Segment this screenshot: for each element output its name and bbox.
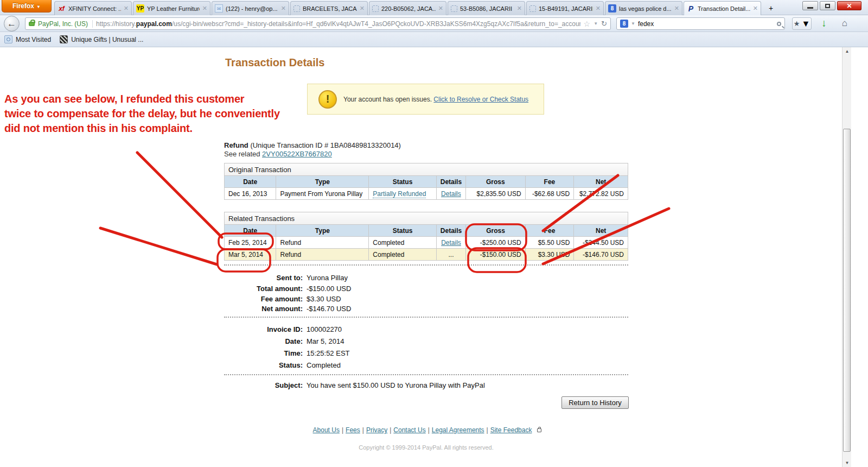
url-text[interactable]: https://history.paypal.com/us/cgi-bin/we… xyxy=(96,20,580,28)
footer-link-legal[interactable]: Legal Agreements xyxy=(432,426,484,434)
footer-link-about[interactable]: About Us xyxy=(313,426,340,434)
yp-icon: YP xyxy=(136,4,144,12)
home-icon: ⌂ xyxy=(842,18,847,28)
cell-status: Completed xyxy=(369,237,437,249)
footer-link-contact[interactable]: Contact Us xyxy=(393,426,425,434)
cell-net: $2,772.82 USD xyxy=(574,188,628,200)
column-header: Net xyxy=(574,225,628,237)
tab-label: 15-B49191, JACARII xyxy=(539,5,593,12)
search-engine-icon[interactable]: 8 xyxy=(620,20,628,28)
tab-close-icon[interactable]: ✕ xyxy=(596,5,601,12)
tab-220-b05062[interactable]: 220-B05062, JACA... ✕ xyxy=(369,1,446,15)
tab-close-icon[interactable]: ✕ xyxy=(124,5,129,12)
footer-links: About Us|Fees|Privacy|Contact Us|Legal A… xyxy=(224,426,628,434)
column-header: Date xyxy=(225,176,276,188)
tab-transaction-detail-active[interactable]: P Transaction Detail... ✕ xyxy=(684,1,761,15)
cell-fee: $3.30 USD xyxy=(525,249,574,261)
tab-53-b5086[interactable]: 53-B5086, JACARII ✕ xyxy=(448,1,525,15)
window-controls: ✕ xyxy=(802,1,861,10)
search-icon[interactable] xyxy=(777,22,781,26)
summary-fee-amount: Fee amount:$3.30 USD xyxy=(224,295,628,303)
cell-fee: $5.50 USD xyxy=(525,237,574,249)
bookmark-star-icon[interactable]: ☆ xyxy=(584,20,591,28)
footer-link-fees[interactable]: Fees xyxy=(346,426,360,434)
tab-xfinity[interactable]: xf XFINITY Connect: ... ✕ xyxy=(54,1,132,15)
back-button[interactable]: ← xyxy=(4,16,20,31)
tab-close-icon[interactable]: ✕ xyxy=(753,5,758,12)
restore-icon xyxy=(825,4,830,8)
tab-webmail[interactable]: ✉ (122) - henry@op... ✕ xyxy=(212,1,289,15)
column-header: Gross xyxy=(466,176,526,188)
unique-gifts-icon xyxy=(60,35,68,43)
table-row: Feb 25, 2014 Refund Completed Details -$… xyxy=(225,237,628,249)
alert-text: Your account has open issues. Click to R… xyxy=(343,96,528,103)
tab-close-icon[interactable]: ✕ xyxy=(517,5,522,12)
tab-close-icon[interactable]: ✕ xyxy=(438,5,443,12)
return-to-history-button[interactable]: Return to History xyxy=(561,396,629,409)
most-visited-icon xyxy=(4,35,12,43)
tab-las-vegas-police[interactable]: 8 las vegas police d... ✕ xyxy=(605,1,682,15)
firefox-menu-button[interactable]: Firefox▼ xyxy=(2,0,52,12)
column-header: Net xyxy=(574,176,628,188)
google-icon: 8 xyxy=(608,4,616,12)
search-box[interactable]: 8 ▼ xyxy=(616,17,785,30)
bookmark-most-visited[interactable]: Most Visited xyxy=(4,35,51,43)
tab-label: Transaction Detail... xyxy=(698,5,750,12)
table-section-title: Original Transaction xyxy=(225,163,628,176)
table-row: Dec 16, 2013 Payment From Yurona Pillay … xyxy=(225,188,628,200)
search-input[interactable] xyxy=(638,20,774,28)
scroll-up-icon[interactable]: ▲ xyxy=(843,47,852,55)
footer-link-privacy[interactable]: Privacy xyxy=(366,426,387,434)
bookmark-label: Unique Gifts | Unusual ... xyxy=(71,36,143,43)
urlbar-dropdown-icon[interactable]: ▼ xyxy=(593,21,598,26)
placeholder-icon xyxy=(529,5,536,12)
minimize-button[interactable] xyxy=(802,1,818,10)
search-engine-dropdown-icon[interactable]: ▼ xyxy=(631,21,635,26)
site-identity[interactable]: PayPal, Inc. (US) xyxy=(38,20,93,28)
reload-icon[interactable]: ↻ xyxy=(601,20,607,28)
resolve-status-link[interactable]: Click to Resolve or Check Status xyxy=(433,96,528,103)
summary-net-amount: Net amount:-$146.70 USD xyxy=(224,305,628,313)
bookmarks-bar: Most Visited Unique Gifts | Unusual ... xyxy=(0,32,868,47)
secure-lock-icon xyxy=(537,428,541,432)
related-transaction-link[interactable]: 2VY00522XB7667820 xyxy=(262,150,332,158)
table-row-highlighted: Mar 5, 2014 Refund Completed ... -$150.0… xyxy=(225,249,628,261)
home-button[interactable]: ⌂ xyxy=(837,17,853,30)
restore-button[interactable] xyxy=(820,1,835,10)
details-link[interactable]: Details xyxy=(441,190,461,198)
table-section-title: Related Transactions xyxy=(225,212,628,225)
status-link[interactable]: Partially Refunded xyxy=(373,190,426,198)
column-header: Details xyxy=(436,176,465,188)
mail-icon: ✉ xyxy=(215,4,223,12)
cell-date: Mar 5, 2014 xyxy=(225,249,276,261)
tab-close-icon[interactable]: ✕ xyxy=(202,5,207,12)
column-header: Status xyxy=(369,176,436,188)
downloads-button[interactable]: ↓ xyxy=(816,17,832,30)
details-link[interactable]: Details xyxy=(441,239,461,247)
tab-close-icon[interactable]: ✕ xyxy=(281,5,286,12)
cell-type: Refund xyxy=(276,237,369,249)
url-bar[interactable]: PayPal, Inc. (US) https://history.paypal… xyxy=(25,17,611,30)
close-button[interactable]: ✕ xyxy=(837,1,861,10)
bookmark-unique-gifts[interactable]: Unique Gifts | Unusual ... xyxy=(60,35,143,43)
tab-close-icon[interactable]: ✕ xyxy=(360,5,365,12)
cell-gross: -$250.00 USD xyxy=(466,237,526,249)
tab-close-icon[interactable]: ✕ xyxy=(674,5,679,12)
meta-time: Time:15:25:52 EST xyxy=(224,349,628,357)
tab-bracelets[interactable]: BRACELETS, JACA... ✕ xyxy=(290,1,368,15)
column-header: Status xyxy=(369,225,437,237)
bookmarks-menu-button[interactable]: ★▼ xyxy=(792,17,812,30)
footer-link-feedback[interactable]: Site Feedback xyxy=(490,426,532,434)
cell-type: Payment From Yurona Pillay xyxy=(276,188,369,200)
new-tab-button[interactable]: + xyxy=(764,3,778,14)
tab-label: las vegas police d... xyxy=(619,5,672,12)
tab-15-b49191[interactable]: 15-B49191, JACARII ✕ xyxy=(526,1,604,15)
meta-invoice-id: Invoice ID:100002270 xyxy=(224,325,628,333)
tab-leather-furniture[interactable]: YP YP Leather Furniture ... ✕ xyxy=(133,1,210,15)
subject-row: Subject:You have sent $150.00 USD to Yur… xyxy=(224,381,628,389)
see-related: See related 2VY00522XB7667820 xyxy=(224,150,332,158)
placeholder-icon xyxy=(372,5,379,12)
scrollbar-thumb[interactable] xyxy=(843,129,851,452)
page-scrollbar[interactable]: ▲ ▼ xyxy=(842,47,851,467)
scroll-down-icon[interactable]: ▼ xyxy=(843,459,852,467)
